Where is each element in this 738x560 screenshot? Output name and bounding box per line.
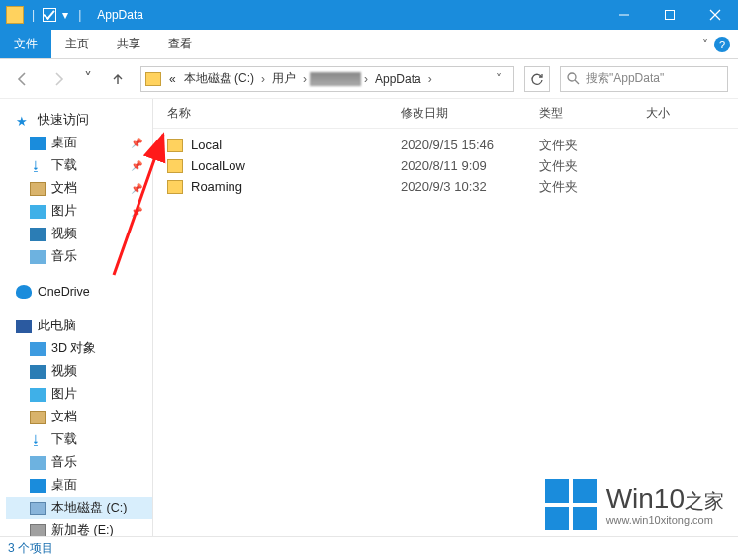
col-size[interactable]: 大小 <box>646 105 738 122</box>
nav-bar: ˅ « 本地磁盘 (C:) › 用户 › › AppData › ˅ 搜索"Ap… <box>0 59 738 99</box>
minimize-button[interactable] <box>601 0 647 30</box>
nav-pane: ★快速访问 桌面📌 ⭳下载📌 文档📌 图片📌 视频 音乐 OneDrive 此电… <box>0 99 153 536</box>
explorer-body: ★快速访问 桌面📌 ⭳下载📌 文档📌 图片📌 视频 音乐 OneDrive 此电… <box>0 99 738 536</box>
sidebar-drive-e[interactable]: 新加卷 (E:) <box>6 519 152 536</box>
col-date[interactable]: 修改日期 <box>401 105 539 122</box>
svg-rect-1 <box>666 11 675 20</box>
col-name[interactable]: 名称 <box>167 105 401 122</box>
maximize-button[interactable] <box>647 0 692 30</box>
file-list-pane: 名称 修改日期 类型 大小 Local 2020/9/15 15:46 文件夹 … <box>153 99 738 536</box>
sidebar-pc-desktop[interactable]: 桌面 <box>6 474 152 497</box>
music-icon <box>30 250 46 264</box>
file-row[interactable]: Roaming 2020/9/3 10:32 文件夹 <box>153 176 738 197</box>
file-tab[interactable]: 文件 <box>0 30 51 58</box>
chevron-right-icon[interactable]: › <box>258 72 268 86</box>
history-dropdown[interactable]: ˅ <box>81 66 95 92</box>
tab-home[interactable]: 主页 <box>51 30 103 58</box>
sidebar-videos[interactable]: 视频 <box>6 223 152 245</box>
pictures-icon <box>30 205 46 219</box>
drive-icon <box>30 502 46 515</box>
sidebar-desktop[interactable]: 桌面📌 <box>6 132 152 154</box>
sidebar-pc-downloads[interactable]: ⭳下载 <box>6 428 152 451</box>
column-headers: 名称 修改日期 类型 大小 <box>153 99 738 129</box>
file-date: 2020/8/11 9:09 <box>401 158 539 173</box>
documents-icon <box>30 411 46 424</box>
pin-icon: 📌 <box>131 206 142 217</box>
address-dropdown-icon[interactable]: ˅ <box>488 72 509 86</box>
svg-point-4 <box>568 73 576 81</box>
breadcrumb-prefix[interactable]: « <box>165 72 180 86</box>
search-icon <box>567 72 580 85</box>
address-bar[interactable]: « 本地磁盘 (C:) › 用户 › › AppData › ˅ <box>140 66 514 92</box>
download-icon: ⭳ <box>30 159 46 173</box>
tab-view[interactable]: 查看 <box>154 30 206 58</box>
watermark-title: Win10之家 <box>606 483 724 513</box>
window-title: AppData <box>97 8 143 22</box>
pc-icon <box>16 320 32 333</box>
file-type: 文件夹 <box>539 157 646 175</box>
sidebar-drive-c[interactable]: 本地磁盘 (C:) <box>6 497 152 519</box>
chevron-right-icon[interactable]: › <box>425 72 435 86</box>
breadcrumb-item[interactable]: 本地磁盘 (C:) <box>180 70 258 87</box>
documents-icon <box>30 182 46 196</box>
sidebar-3d[interactable]: 3D 对象 <box>6 337 152 360</box>
search-placeholder: 搜索"AppData" <box>586 70 664 87</box>
file-date: 2020/9/3 10:32 <box>401 179 539 194</box>
address-folder-icon <box>145 72 161 86</box>
quick-access[interactable]: ★快速访问 <box>6 109 152 132</box>
folder-icon <box>167 159 183 173</box>
videos-icon <box>30 365 46 379</box>
file-type: 文件夹 <box>539 137 646 154</box>
back-button[interactable] <box>10 66 36 92</box>
sidebar-pc-videos[interactable]: 视频 <box>6 360 152 383</box>
sidebar-downloads[interactable]: ⭳下载📌 <box>6 154 152 177</box>
drive-icon <box>30 524 46 537</box>
close-button[interactable] <box>692 0 738 30</box>
download-icon: ⭳ <box>30 433 46 447</box>
help-icon[interactable]: ? <box>714 37 730 52</box>
breadcrumb-item[interactable]: AppData <box>371 72 425 86</box>
quick-access-toolbar: | ▾ | <box>0 6 91 24</box>
folder-icon <box>167 139 183 152</box>
breadcrumb-item[interactable]: 用户 <box>268 70 300 87</box>
sidebar-onedrive[interactable]: OneDrive <box>6 280 152 303</box>
refresh-button[interactable] <box>524 66 550 92</box>
file-name: LocalLow <box>191 158 401 173</box>
ribbon-expand-icon[interactable]: ˅ <box>702 38 708 51</box>
status-text: 3 个项目 <box>8 540 53 557</box>
ribbon-tabs: 文件 主页 共享 查看 ˅ ? <box>0 30 738 59</box>
file-row[interactable]: LocalLow 2020/8/11 9:09 文件夹 <box>153 155 738 176</box>
desktop-icon <box>30 137 46 150</box>
tab-share[interactable]: 共享 <box>103 30 154 58</box>
qat-separator: | <box>78 8 81 22</box>
sidebar-this-pc[interactable]: 此电脑 <box>6 315 152 337</box>
sidebar-documents[interactable]: 文档📌 <box>6 177 152 200</box>
col-type[interactable]: 类型 <box>539 105 646 122</box>
status-bar: 3 个项目 <box>0 536 738 560</box>
sidebar-pc-pictures[interactable]: 图片 <box>6 383 152 406</box>
chevron-right-icon[interactable]: › <box>361 72 371 86</box>
windows-logo-icon <box>545 479 597 530</box>
videos-icon <box>30 228 46 241</box>
sidebar-pc-music[interactable]: 音乐 <box>6 451 152 474</box>
sidebar-music[interactable]: 音乐 <box>6 245 152 268</box>
file-row[interactable]: Local 2020/9/15 15:46 文件夹 <box>153 135 738 155</box>
desktop-icon <box>30 479 46 493</box>
qat-separator: | <box>32 8 35 22</box>
search-box[interactable]: 搜索"AppData" <box>560 66 728 92</box>
chevron-right-icon[interactable]: › <box>300 72 310 86</box>
sidebar-pc-documents[interactable]: 文档 <box>6 406 152 428</box>
checkbox-icon[interactable] <box>43 8 56 22</box>
file-name: Local <box>191 138 401 152</box>
pin-icon: 📌 <box>131 160 142 171</box>
up-button[interactable] <box>105 66 131 92</box>
file-date: 2020/9/15 15:46 <box>401 138 539 152</box>
watermark: Win10之家 www.win10xitong.com <box>545 479 724 530</box>
file-name: Roaming <box>191 179 401 194</box>
forward-button[interactable] <box>46 66 71 92</box>
file-type: 文件夹 <box>539 178 646 196</box>
sidebar-pictures[interactable]: 图片📌 <box>6 200 152 223</box>
qat-overflow-icon[interactable]: ▾ <box>60 8 70 22</box>
breadcrumb-user-pixelated[interactable] <box>310 72 361 86</box>
titlebar: | ▾ | AppData <box>0 0 738 30</box>
